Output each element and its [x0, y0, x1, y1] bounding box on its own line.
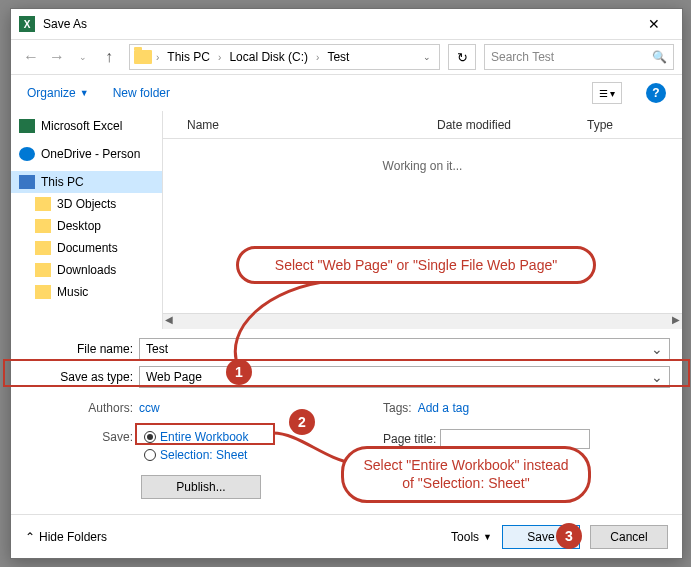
new-folder-button[interactable]: New folder — [113, 86, 170, 100]
cancel-button[interactable]: Cancel — [590, 525, 668, 549]
help-button[interactable]: ? — [646, 83, 666, 103]
chevron-right-icon: › — [218, 52, 221, 63]
address-dropdown[interactable]: ⌄ — [419, 52, 435, 62]
crumb-drive[interactable]: Local Disk (C:) — [225, 50, 312, 64]
tree-item-thispc[interactable]: This PC — [11, 171, 162, 193]
tree-item-desktop[interactable]: Desktop — [11, 215, 162, 237]
excel-app-icon: X — [19, 16, 35, 32]
titlebar: X Save As ✕ — [11, 9, 682, 39]
authors-label: Authors: — [23, 401, 133, 415]
filename-label: File name: — [23, 342, 133, 356]
window-title: Save As — [43, 17, 634, 31]
nav-tree: Microsoft Excel OneDrive - Person This P… — [11, 111, 163, 329]
excel-icon — [19, 119, 35, 133]
body-area: Microsoft Excel OneDrive - Person This P… — [11, 111, 682, 329]
close-button[interactable]: ✕ — [634, 9, 674, 39]
savetype-dropdown[interactable]: Web Page — [139, 366, 670, 388]
pc-icon — [19, 175, 35, 189]
annotation-badge-3: 3 — [556, 523, 582, 549]
crumb-this-pc[interactable]: This PC — [163, 50, 214, 64]
radio-entire-workbook[interactable]: Entire Workbook — [144, 430, 248, 444]
up-button[interactable]: ↑ — [97, 45, 121, 69]
back-button[interactable]: ← — [19, 45, 43, 69]
savetype-label: Save as type: — [23, 370, 133, 384]
tree-item-3dobjects[interactable]: 3D Objects — [11, 193, 162, 215]
folder-icon — [35, 241, 51, 255]
folder-icon — [35, 197, 51, 211]
authors-value[interactable]: ccw — [139, 401, 160, 415]
tree-item-documents[interactable]: Documents — [11, 237, 162, 259]
annotation-badge-1: 1 — [226, 359, 252, 385]
cloud-icon — [19, 147, 35, 161]
tools-dropdown[interactable]: Tools ▼ — [451, 530, 492, 544]
filename-input[interactable]: Test — [139, 338, 670, 360]
folder-icon — [35, 263, 51, 277]
chevron-right-icon: › — [316, 52, 319, 63]
hide-folders-button[interactable]: ⌃Hide Folders — [25, 530, 107, 544]
navbar: ← → ⌄ ↑ › This PC › Local Disk (C:) › Te… — [11, 39, 682, 75]
annotation-callout-2: Select "Entire Workbook" instead of "Sel… — [341, 446, 591, 503]
search-icon: 🔍 — [652, 50, 667, 64]
annotation-callout-1: Select "Web Page" or "Single File Web Pa… — [236, 246, 596, 284]
col-type[interactable]: Type — [563, 118, 613, 132]
file-list: Name Date modified Type Working on it... — [163, 111, 682, 329]
view-mode-button[interactable]: ☰ ▾ — [592, 82, 622, 104]
toolbar: Organize ▼ New folder ☰ ▾ ? — [11, 75, 682, 111]
address-bar[interactable]: › This PC › Local Disk (C:) › Test ⌄ — [129, 44, 440, 70]
folder-icon — [35, 285, 51, 299]
tree-item-downloads[interactable]: Downloads — [11, 259, 162, 281]
organize-button[interactable]: Organize ▼ — [27, 86, 89, 100]
chevron-up-icon: ⌃ — [25, 530, 35, 544]
forward-button[interactable]: → — [45, 45, 69, 69]
publish-button[interactable]: Publish... — [141, 475, 261, 499]
pagetitle-label: Page title: — [383, 432, 436, 446]
folder-icon — [134, 50, 152, 64]
save-options-label: Save: — [23, 427, 133, 444]
chevron-right-icon: › — [156, 52, 159, 63]
col-name[interactable]: Name — [163, 118, 413, 132]
search-placeholder: Search Test — [491, 50, 554, 64]
radio-dot-icon — [144, 431, 156, 443]
tree-item-excel[interactable]: Microsoft Excel — [11, 115, 162, 137]
refresh-button[interactable]: ↻ — [448, 44, 476, 70]
horizontal-scrollbar[interactable] — [163, 313, 682, 329]
tags-label: Tags: — [383, 401, 412, 415]
file-status: Working on it... — [163, 139, 682, 173]
folder-icon — [35, 219, 51, 233]
tree-item-music[interactable]: Music — [11, 281, 162, 303]
tree-item-onedrive[interactable]: OneDrive - Person — [11, 143, 162, 165]
annotation-badge-2: 2 — [289, 409, 315, 435]
recent-dropdown[interactable]: ⌄ — [71, 45, 95, 69]
tags-value[interactable]: Add a tag — [418, 401, 469, 415]
save-as-dialog: X Save As ✕ ← → ⌄ ↑ › This PC › Local Di… — [10, 8, 683, 559]
search-input[interactable]: Search Test 🔍 — [484, 44, 674, 70]
radio-icon — [144, 449, 156, 461]
radio-selection-sheet[interactable]: Selection: Sheet — [144, 448, 248, 462]
crumb-folder[interactable]: Test — [323, 50, 353, 64]
col-date[interactable]: Date modified — [413, 118, 563, 132]
